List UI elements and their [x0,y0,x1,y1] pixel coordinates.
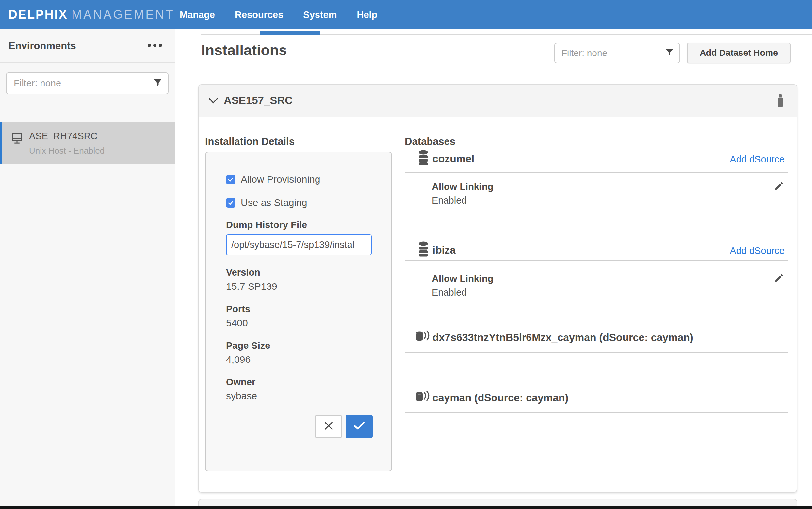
confirm-check-icon [353,421,365,432]
owner-label: Owner [226,377,257,387]
replicated-database-icon [415,330,431,345]
page-size-label: Page Size [226,340,270,351]
installation-title: ASE157_SRC [224,85,293,116]
database-name: cozumel [433,153,474,165]
installations-filter-field[interactable] [555,43,679,63]
add-dsource-link[interactable]: Add dSource [730,245,785,256]
use-as-staging-row: Use as Staging [226,197,307,208]
ellipsis-icon[interactable] [148,44,162,47]
allow-linking-label: Allow Linking [432,273,494,284]
brand-primary: DELPHIX [8,8,68,21]
divider [405,352,788,353]
version-label: Version [226,267,277,278]
filter-funnel-icon [665,48,674,58]
allow-provisioning-checkbox[interactable] [226,175,236,184]
allow-provisioning-row: Allow Provisioning [226,174,320,185]
trash-icon[interactable] [776,94,785,109]
ports-value: 5400 [226,317,250,329]
database-name: ibiza [433,244,456,256]
replicated-database-icon [415,391,431,405]
vdb-row: cayman (dSource: cayman) [405,389,788,408]
use-as-staging-checkbox[interactable] [226,198,236,207]
database-icon [418,241,429,259]
database-row-ibiza: ibiza Add dSource [405,241,788,262]
ports-label: Ports [226,304,250,314]
installations-filter-input[interactable] [554,43,680,63]
database-row-cozumel: cozumel Add dSource [405,150,788,170]
owner-value: sybase [226,391,257,402]
top-nav: DELPHIXMANAGEMENT Manage Resources Syste… [0,0,812,29]
add-dsource-link[interactable]: Add dSource [730,154,785,165]
allow-provisioning-label: Allow Provisioning [241,174,320,185]
environments-filter-field[interactable] [6,73,168,94]
divider [405,260,788,261]
installation-details-heading: Installation Details [205,136,294,147]
vdb-row: dx7s633tnzYtnB5lr6Mzx_cayman (dSource: c… [405,329,788,347]
use-as-staging-label: Use as Staging [241,197,307,208]
database-icon [418,150,429,167]
brand-secondary: MANAGEMENT [71,8,175,21]
nav-item-manage[interactable]: Manage [180,9,215,20]
allow-linking-label: Allow Linking [432,181,494,192]
owner-field: Owner sybase [226,377,257,402]
version-value: 15.7 SP139 [226,281,277,292]
edit-pencil-icon[interactable] [774,181,784,193]
vdb-name: cayman (dSource: cayman) [433,392,568,404]
allow-linking-value: Enabled [432,287,466,298]
filter-funnel-icon [154,79,162,89]
edit-pencil-icon[interactable] [774,273,784,284]
screen-bottom-edge [0,506,812,509]
allow-linking-value: Enabled [432,195,466,206]
sidebar-item-environment[interactable]: ASE_RH74SRC Unix Host - Enabled [0,122,176,164]
ports-field: Ports 5400 [226,304,250,329]
divider [405,412,788,413]
installation-details-card: Allow Provisioning Use as Staging Dump H… [205,152,392,472]
environment-name: ASE_RH74SRC [29,131,98,142]
page-title: Installations [201,42,287,59]
version-field: Version 15.7 SP139 [226,267,277,292]
page-size-field: Page Size 4,096 [226,340,270,365]
nav-item-system[interactable]: System [303,9,337,20]
vdb-name: dx7s633tnzYtnB5lr6Mzx_cayman (dSource: c… [433,332,693,344]
installation-panel-header: ASE157_SRC [199,85,797,117]
close-x-icon [323,420,334,433]
sidebar-title: Environments [8,29,76,62]
add-dataset-home-button[interactable]: Add Dataset Home [687,43,791,63]
dump-history-file-input[interactable] [226,234,372,255]
sidebar-divider [0,62,176,63]
installation-panel: ASE157_SRC Installation Details Allow Pr… [198,84,797,493]
chevron-down-icon[interactable] [208,98,219,105]
cancel-button[interactable] [315,415,342,438]
divider [405,172,788,173]
page-size-value: 4,096 [226,354,270,365]
databases-column: Databases cozumel Add dSource Allow Link… [405,117,790,492]
confirm-button[interactable] [346,415,373,438]
environment-status: Unix Host - Enabled [29,146,104,156]
host-monitor-icon [11,133,23,145]
nav-item-resources[interactable]: Resources [235,9,283,20]
nav-item-help[interactable]: Help [357,9,377,20]
sidebar-header: Environments [0,29,176,62]
environments-sidebar: Environments ASE_RH74SRC Unix Host - Ena… [0,29,176,509]
environments-filter-input[interactable] [6,72,168,94]
nav-menu: Manage Resources System Help [180,0,377,29]
installation-panel-body: Installation Details Allow Provisioning … [199,117,797,492]
dump-history-file-label: Dump History File [226,219,307,230]
active-tab-indicator [260,31,320,35]
databases-heading: Databases [405,136,455,147]
app-logo: DELPHIXMANAGEMENT [8,8,175,22]
